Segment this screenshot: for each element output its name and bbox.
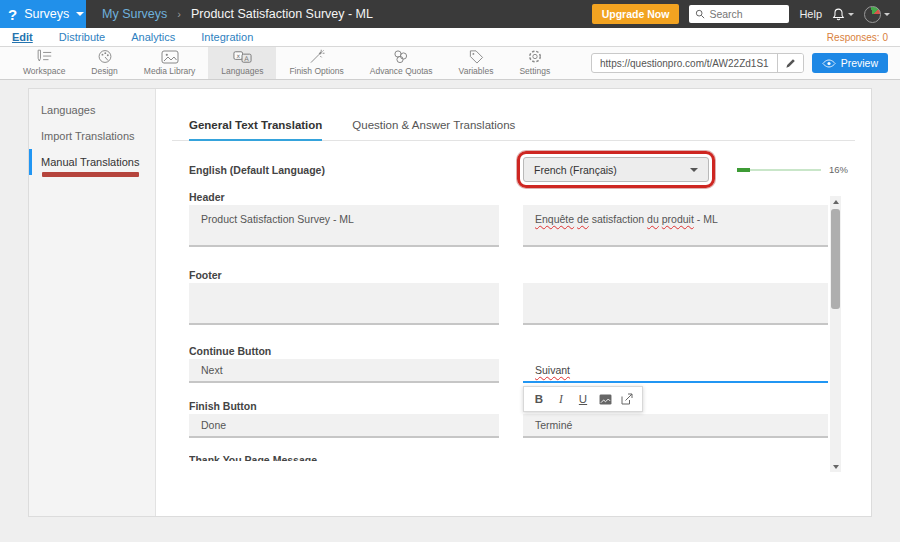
ribbon-label: Languages bbox=[221, 66, 263, 76]
source-language-label: English (Default Language) bbox=[189, 164, 523, 176]
magic-wand-icon bbox=[309, 49, 325, 64]
arrow-down-icon bbox=[833, 465, 839, 469]
translations-main: General Text Translation Question & Answ… bbox=[156, 89, 871, 516]
responses-count[interactable]: Responses: 0 bbox=[827, 32, 888, 43]
ribbon-settings[interactable]: Settings bbox=[506, 47, 563, 79]
ribbon-media-library[interactable]: Media Library bbox=[131, 47, 209, 79]
chevron-down-icon bbox=[76, 12, 84, 16]
vertical-scrollbar[interactable] bbox=[830, 196, 841, 472]
survey-url-field: https://questionpro.com/t/AW22Zd1S1 bbox=[591, 53, 804, 73]
field-label: Finish Button bbox=[189, 400, 828, 413]
chevron-down-icon bbox=[884, 13, 890, 16]
ribbon-label: Advance Quotas bbox=[370, 66, 433, 76]
sidebar-item-import-translations[interactable]: Import Translations bbox=[29, 123, 155, 149]
field-row-thank-you-message: Thank You Page Message bbox=[189, 454, 828, 461]
field-label: Header bbox=[189, 191, 828, 204]
scroll-up-button[interactable] bbox=[830, 196, 841, 207]
help-link[interactable]: Help bbox=[799, 8, 822, 20]
search-icon bbox=[695, 9, 705, 19]
chevron-down-icon bbox=[848, 13, 854, 16]
ribbon-label: Design bbox=[91, 66, 117, 76]
eye-icon bbox=[822, 59, 836, 68]
progress-fill bbox=[737, 168, 750, 172]
nav-edit[interactable]: Edit bbox=[12, 31, 33, 43]
field-row-footer: Footer bbox=[189, 269, 828, 325]
ribbon-right-cluster: https://questionpro.com/t/AW22Zd1S1 Prev… bbox=[591, 47, 900, 79]
product-switcher[interactable]: ? Surveys bbox=[0, 0, 86, 28]
preview-label: Preview bbox=[841, 57, 878, 69]
svg-text:A: A bbox=[244, 54, 249, 62]
svg-text:x: x bbox=[236, 51, 240, 58]
translated-continue-wrap: Suivant B I U bbox=[523, 359, 828, 383]
language-selection-row: English (Default Language) French (Franç… bbox=[189, 157, 871, 182]
sidebar-item-languages[interactable]: Languages bbox=[29, 97, 155, 123]
global-search[interactable] bbox=[689, 5, 789, 23]
translations-panel: Languages Import Translations Manual Tra… bbox=[28, 88, 872, 517]
translated-finish-input[interactable]: Terminé bbox=[523, 414, 828, 438]
english-continue-input[interactable]: Next bbox=[189, 359, 499, 383]
upgrade-now-button[interactable]: Upgrade Now bbox=[592, 4, 680, 24]
ribbon-label: Workspace bbox=[23, 66, 65, 76]
top-bar: ? Surveys My Surveys › Product Satisfact… bbox=[0, 0, 900, 28]
image-icon bbox=[161, 50, 179, 64]
palette-icon bbox=[97, 49, 113, 64]
translated-footer-textarea[interactable] bbox=[523, 283, 828, 325]
tab-question-answer-translations[interactable]: Question & Answer Translations bbox=[352, 119, 515, 140]
ribbon-languages[interactable]: xA Languages bbox=[208, 47, 276, 79]
ribbon-label: Media Library bbox=[144, 66, 196, 76]
scroll-down-button[interactable] bbox=[830, 461, 841, 472]
english-finish-input[interactable]: Done bbox=[189, 414, 499, 438]
topbar-right-cluster: Upgrade Now Help bbox=[592, 0, 900, 28]
ribbon-advance-quotas[interactable]: Advance Quotas bbox=[357, 47, 446, 79]
tab-general-text-translation[interactable]: General Text Translation bbox=[189, 119, 322, 141]
field-row-continue-button: Continue Button Next Suivant B I U bbox=[189, 345, 828, 383]
insert-link-button[interactable] bbox=[618, 391, 636, 407]
ribbon-finish-options[interactable]: Finish Options bbox=[276, 47, 356, 79]
breadcrumb-my-surveys[interactable]: My Surveys bbox=[102, 7, 167, 21]
pencil-icon bbox=[785, 58, 796, 69]
english-header-textarea[interactable]: Product Satisfaction Survey - ML bbox=[189, 205, 499, 247]
preview-button[interactable]: Preview bbox=[812, 53, 888, 73]
scrollbar-thumb[interactable] bbox=[831, 209, 840, 309]
ribbon-label: Variables bbox=[459, 66, 494, 76]
target-language-select[interactable]: French (Français) bbox=[523, 157, 709, 182]
translated-continue-input[interactable]: Suivant bbox=[523, 359, 828, 383]
ribbon-workspace[interactable]: Workspace bbox=[10, 47, 78, 79]
text-format-toolbar: B I U bbox=[523, 386, 643, 412]
survey-url-text[interactable]: https://questionpro.com/t/AW22Zd1S1 bbox=[592, 58, 777, 69]
underline-button[interactable]: U bbox=[574, 391, 592, 407]
insert-image-button[interactable] bbox=[596, 391, 614, 407]
ribbon-label: Finish Options bbox=[289, 66, 343, 76]
field-label: Thank You Page Message bbox=[189, 454, 828, 461]
workspace-icon bbox=[35, 49, 53, 64]
field-row-finish-button: Finish Button Done Terminé bbox=[189, 400, 828, 438]
english-footer-textarea[interactable] bbox=[189, 283, 499, 325]
field-label: Continue Button bbox=[189, 345, 828, 358]
bold-button[interactable]: B bbox=[530, 391, 548, 407]
sidebar-item-manual-translations[interactable]: Manual Translations bbox=[29, 149, 155, 175]
edit-url-button[interactable] bbox=[777, 54, 803, 72]
ribbon-variables[interactable]: Variables bbox=[446, 47, 507, 79]
progress-percent-label: 16% bbox=[829, 164, 848, 175]
ribbon-toolbar: Workspace Design Media Library xA Langua… bbox=[0, 47, 900, 80]
translated-header-textarea[interactable]: Enquête de satisfaction du produit - ML bbox=[523, 205, 828, 247]
ribbon-design[interactable]: Design bbox=[78, 47, 130, 79]
translation-progress: 16% bbox=[737, 164, 848, 175]
avatar bbox=[864, 6, 881, 23]
tag-icon bbox=[468, 49, 484, 64]
chevron-down-icon bbox=[690, 168, 698, 172]
translations-sidebar: Languages Import Translations Manual Tra… bbox=[29, 89, 156, 516]
app-window: ? Surveys My Surveys › Product Satisfact… bbox=[0, 0, 900, 542]
search-input[interactable] bbox=[709, 8, 779, 20]
nav-distribute[interactable]: Distribute bbox=[59, 31, 105, 43]
field-row-header: Header Product Satisfaction Survey - ML … bbox=[189, 191, 828, 247]
italic-button[interactable]: I bbox=[552, 391, 570, 407]
nav-analytics[interactable]: Analytics bbox=[131, 31, 175, 43]
target-language-wrap: French (Français) bbox=[523, 157, 709, 182]
image-icon bbox=[599, 394, 612, 405]
nav-integration[interactable]: Integration bbox=[201, 31, 253, 43]
translation-tabs: General Text Translation Question & Answ… bbox=[172, 119, 855, 141]
account-menu[interactable] bbox=[864, 6, 890, 23]
notifications-menu[interactable] bbox=[832, 8, 854, 21]
arrow-up-icon bbox=[833, 200, 839, 204]
